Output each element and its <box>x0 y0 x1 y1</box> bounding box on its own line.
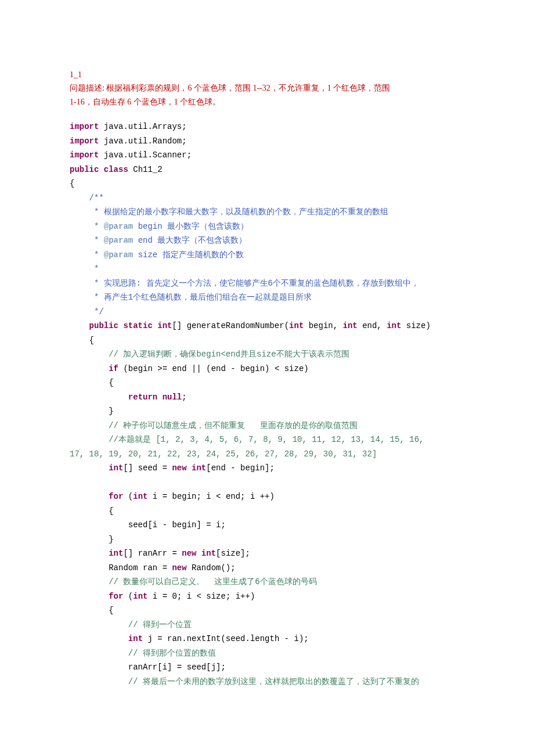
keyword: new int <box>182 549 216 558</box>
keyword: int <box>133 492 147 501</box>
keyword: return null <box>128 393 182 402</box>
comment: // 得到那个位置的数值 <box>70 649 216 658</box>
keyword: for <box>109 492 123 501</box>
jdoc-tag: @param <box>104 222 133 231</box>
problem-description-line1: 问题描述: 根据福利彩票的规则，6 个蓝色球，范围 1--32，不允许重复，1 … <box>70 82 464 95</box>
jdoc-text: 最小数字（包含该数） <box>163 222 248 231</box>
section-label: 1_1 <box>70 69 464 81</box>
keyword: int <box>109 463 123 473</box>
code-text: java.util.Scanner; <box>99 150 192 160</box>
code-text: java.util.Arrays; <box>99 122 186 131</box>
indent <box>70 634 128 643</box>
javadoc-line: * 根据给定的最小数字和最大数字，以及随机数的个数，产生指定的不重复的数组 <box>70 207 388 217</box>
code-text: [] ranArr = <box>123 549 182 558</box>
javadoc-line: * 实现思路: 首先定义一个方法，使它能够产生6个不重复的蓝色随机数，存放到数组… <box>70 279 419 288</box>
jdoc-tag: @param <box>104 250 133 260</box>
keyword-import: import <box>70 122 99 131</box>
code-line: if (begin >= end || (end - begin) < size… <box>70 364 309 373</box>
keyword: if <box>109 364 118 373</box>
jdoc-param: end <box>133 236 153 245</box>
jdoc-prefix: * <box>70 250 104 260</box>
code-line: Random ran = new Random(); <box>70 563 236 573</box>
problem-description-line2: 1-16，自动生存 6 个蓝色球，1 个红色球。 <box>70 96 464 109</box>
document-page: 1_1 问题描述: 根据福利彩票的规则，6 个蓝色球，范围 1--32，不允许重… <box>0 0 534 756</box>
keyword: for <box>109 592 123 601</box>
brace: } <box>70 406 114 416</box>
code-line: for (int i = 0; i < size; i++) <box>70 592 255 601</box>
brace: { <box>70 179 74 188</box>
code-text: [end - begin]; <box>206 463 275 473</box>
code-line: seed[i - begin] = i; <box>70 520 226 530</box>
indent <box>70 463 109 473</box>
code-text: Random(); <box>187 563 236 573</box>
javadoc-line: * 再产生1个红色随机数，最后他们组合在一起就是题目所求 <box>70 293 312 302</box>
code-line: ranArr[i] = seed[j]; <box>70 663 226 672</box>
code-text: size) <box>401 321 430 330</box>
jdoc-text: 最大数字（不包含该数） <box>153 236 247 245</box>
code-text: [] seed = <box>123 463 172 473</box>
brace: { <box>70 506 114 516</box>
comment: // 得到一个位置 <box>70 620 192 629</box>
comment: 17, 18, 19, 20, 21, 22, 23, 24, 25, 26, … <box>70 449 377 459</box>
brace: { <box>70 606 114 615</box>
indent <box>70 592 109 601</box>
code-line: int j = ran.nextInt(seed.length - i); <box>70 634 309 643</box>
javadoc-line: * @param size 指定产生随机数的个数 <box>70 250 244 260</box>
comment: // 将最后一个未用的数字放到这里，这样就把取出的数覆盖了，达到了不重复的 <box>70 677 419 686</box>
code-text: i = 0; i < size; i++) <box>147 592 255 601</box>
code-text: ; <box>182 393 186 402</box>
desc-part: 问题描述: 根据福利彩票的规则， <box>70 84 187 92</box>
keyword: int <box>343 321 358 330</box>
comment: // 加入逻辑判断，确保begin<end并且size不能大于该表示范围 <box>70 350 349 359</box>
jdoc-text: 指定产生随机数的个数 <box>157 250 243 260</box>
code-text: (begin >= end || (end - begin) < size) <box>118 364 309 373</box>
keyword-import: import <box>70 136 99 146</box>
code-line: int[] ranArr = new int[size]; <box>70 549 250 558</box>
desc-part: 6 个蓝色球，范围 1--32，不允许重复，1 个红色球，范围 <box>187 84 390 92</box>
code-text: j = ran.nextInt(seed.length - i); <box>143 634 309 643</box>
code-text: java.util.Random; <box>99 136 186 146</box>
keyword: int <box>109 549 123 558</box>
jdoc-tag: @param <box>104 236 133 245</box>
keyword: public static int <box>89 321 172 330</box>
javadoc-line: * @param end 最大数字（不包含该数） <box>70 236 247 245</box>
javadoc-line: * @param begin 最小数字（包含该数） <box>70 222 248 231</box>
indent <box>70 393 128 402</box>
code-text: end, <box>358 321 387 330</box>
indent <box>70 549 109 558</box>
method-sig: public static int[] generateRandomNumber… <box>70 321 431 330</box>
javadoc-open: /** <box>70 193 104 203</box>
code-text: [] generateRandomNumber( <box>172 321 289 330</box>
code-line: int[] seed = new int[end - begin]; <box>70 463 275 473</box>
class-name: Ch11_2 <box>128 165 163 174</box>
keyword: int <box>289 321 304 330</box>
indent <box>70 492 109 501</box>
brace: { <box>70 378 114 387</box>
code-text: ( <box>123 592 133 601</box>
jdoc-param: begin <box>133 222 162 231</box>
keyword: new <box>172 563 186 573</box>
code-block: import java.util.Arrays; import java.uti… <box>70 120 464 689</box>
code-text: Random ran = <box>70 563 172 573</box>
keyword-import: import <box>70 150 99 160</box>
javadoc-close: */ <box>70 307 104 316</box>
keyword: int <box>387 321 401 330</box>
indent <box>70 364 109 373</box>
brace: { <box>70 336 94 345</box>
code-line: for (int i = begin; i < end; i ++) <box>70 492 275 501</box>
indent <box>70 321 89 330</box>
code-text: ( <box>123 492 133 501</box>
code-text: [size]; <box>216 549 250 558</box>
keyword: new int <box>172 463 206 473</box>
comment: // 种子你可以随意生成，但不能重复 里面存放的是你的取值范围 <box>70 421 358 430</box>
keyword: int <box>133 592 147 601</box>
code-text: i = begin; i < end; i ++) <box>147 492 274 501</box>
code-text: begin, <box>304 321 342 330</box>
jdoc-prefix: * <box>70 236 104 245</box>
code-line: return null; <box>70 393 187 402</box>
javadoc-line: * <box>70 264 99 273</box>
brace: } <box>70 535 114 544</box>
jdoc-prefix: * <box>70 222 104 231</box>
comment: //本题就是 [1, 2, 3, 4, 5, 6, 7, 8, 9, 10, 1… <box>70 435 424 444</box>
jdoc-param: size <box>133 250 157 260</box>
